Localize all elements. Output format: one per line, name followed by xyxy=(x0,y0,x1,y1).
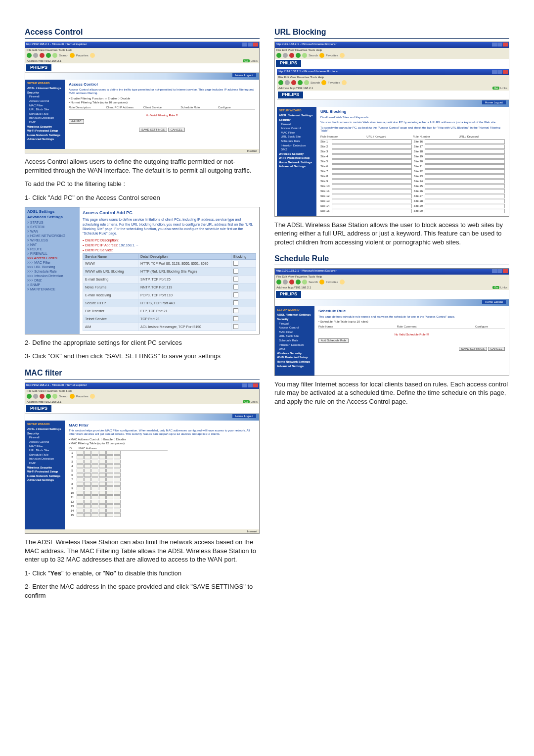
address-url[interactable]: http://192.168.2.1 xyxy=(290,87,313,90)
mac-octet-input[interactable] xyxy=(84,473,91,477)
sidebar-item[interactable]: Intrusion Detection xyxy=(277,343,312,347)
mac-octet-input[interactable] xyxy=(84,500,91,504)
mac-octet-input[interactable] xyxy=(106,486,113,490)
mac-octet-input[interactable] xyxy=(106,469,113,472)
mac-octet-input[interactable] xyxy=(91,495,98,499)
cancel-button[interactable]: CANCEL xyxy=(168,128,185,132)
mac-octet-input[interactable] xyxy=(106,513,113,517)
sidebar-item[interactable]: Schedule Rule xyxy=(27,112,63,116)
sidebar-item[interactable]: MAC Filter xyxy=(27,444,63,449)
maximize-icon[interactable] xyxy=(497,70,502,74)
links-label[interactable]: Links xyxy=(500,87,507,90)
go-button[interactable]: Go xyxy=(492,286,499,289)
sidebar-item-access-control[interactable]: >>> Access Control xyxy=(27,256,78,260)
sidebar-item[interactable]: Wi-Fi Protected Setup xyxy=(279,156,314,160)
ie-menubar[interactable]: File Edit View Favorites Tools Help xyxy=(275,275,509,279)
sidebar-item[interactable]: Firewall xyxy=(279,122,314,127)
sidebar-item[interactable]: Firewall xyxy=(277,322,312,326)
mac-octet-input[interactable] xyxy=(77,469,84,472)
filter-enable-row[interactable]: • Enable Filtering Function: ○ Enable ○ … xyxy=(69,97,255,100)
sidebar-item[interactable]: ADSL / Internet Settings xyxy=(279,113,314,118)
mac-octet-input[interactable] xyxy=(84,486,91,490)
sidebar-item[interactable]: ADSL / Internet Settings xyxy=(27,86,63,91)
sidebar-item[interactable]: Advanced Settings xyxy=(279,164,314,169)
mac-octet-input[interactable] xyxy=(106,509,113,513)
go-button[interactable]: Go xyxy=(243,59,250,62)
mac-octet-input[interactable] xyxy=(91,455,98,459)
maximize-icon[interactable] xyxy=(497,269,502,273)
mac-octet-input[interactable] xyxy=(77,495,84,499)
sidebar-item[interactable]: > SYSTEM xyxy=(27,225,78,229)
sidebar-item[interactable]: > HOME NETWORKING xyxy=(27,234,78,238)
mac-octet-input[interactable] xyxy=(77,513,84,517)
refresh-icon[interactable] xyxy=(296,53,301,58)
cancel-button[interactable]: CANCEL xyxy=(488,347,505,351)
mac-octet-input[interactable] xyxy=(99,486,106,490)
favorites-label[interactable]: Favorites xyxy=(76,395,89,398)
maximize-icon[interactable] xyxy=(497,43,502,47)
mac-octet-input[interactable] xyxy=(77,500,84,504)
site-input[interactable] xyxy=(425,169,505,174)
mac-octet-input[interactable] xyxy=(84,460,91,464)
mac-octet-input[interactable] xyxy=(84,513,91,517)
search-label[interactable]: Search xyxy=(59,395,68,398)
mac-octet-input[interactable] xyxy=(114,477,121,481)
close-icon[interactable] xyxy=(253,43,258,47)
mac-octet-input[interactable] xyxy=(99,513,106,517)
site-input[interactable] xyxy=(425,149,505,154)
site-input[interactable] xyxy=(425,159,505,164)
sidebar-item[interactable]: DMZ xyxy=(27,120,63,125)
search-label[interactable]: Search xyxy=(309,281,318,284)
site-input[interactable] xyxy=(332,169,412,174)
close-icon[interactable] xyxy=(503,43,508,47)
mac-octet-input[interactable] xyxy=(77,464,84,468)
sidebar-item[interactable]: Wireless Security xyxy=(27,466,63,470)
sidebar-item[interactable]: Security xyxy=(27,431,63,436)
mac-octet-input[interactable] xyxy=(91,482,98,486)
site-input[interactable] xyxy=(332,179,412,184)
sidebar-item[interactable]: Intrusion Detection xyxy=(27,457,63,461)
minimize-icon[interactable] xyxy=(242,43,247,47)
history-icon[interactable] xyxy=(90,394,95,399)
back-icon[interactable] xyxy=(27,394,32,399)
sidebar-item[interactable]: DMZ xyxy=(277,347,312,351)
favorites-icon[interactable] xyxy=(70,394,75,399)
mac-octet-input[interactable] xyxy=(77,451,84,455)
add-pc-button[interactable]: Add PC xyxy=(69,119,84,124)
search-label[interactable]: Search xyxy=(311,81,320,85)
sidebar-item[interactable]: Advanced Settings xyxy=(277,364,312,369)
block-checkbox[interactable] xyxy=(233,269,238,274)
address-url[interactable]: http://192.168.2.1 xyxy=(39,59,62,62)
site-input[interactable] xyxy=(332,140,412,144)
mac-octet-input[interactable] xyxy=(91,500,98,504)
mac-octet-input[interactable] xyxy=(77,504,84,508)
forward-icon[interactable] xyxy=(283,53,288,58)
site-input[interactable] xyxy=(425,199,505,203)
site-input[interactable] xyxy=(425,144,505,149)
minimize-icon[interactable] xyxy=(492,43,497,47)
stop-icon[interactable] xyxy=(40,53,44,58)
site-input[interactable] xyxy=(425,189,505,193)
sidebar-item[interactable]: Wi-Fi Protected Setup xyxy=(27,470,63,474)
mac-octet-input[interactable] xyxy=(99,455,106,459)
forward-icon[interactable] xyxy=(33,53,38,58)
mac-octet-input[interactable] xyxy=(77,509,84,513)
mac-octet-input[interactable] xyxy=(77,482,84,486)
mac-octet-input[interactable] xyxy=(99,473,106,477)
ie-menubar[interactable]: File Edit View Favorites Tools Help xyxy=(25,389,259,393)
sidebar-item[interactable]: Access Control xyxy=(277,326,312,330)
mac-octet-input[interactable] xyxy=(114,500,121,504)
block-checkbox[interactable] xyxy=(233,284,238,289)
sidebar-item[interactable]: >>> URL Blocking xyxy=(27,265,78,269)
mac-octet-input[interactable] xyxy=(77,491,84,495)
site-input[interactable] xyxy=(332,204,412,208)
address-url[interactable]: http://192.168.2.1 xyxy=(288,286,312,289)
sidebar-item[interactable]: Home Network Settings xyxy=(277,360,312,364)
mac-octet-input[interactable] xyxy=(114,504,121,508)
links-label[interactable]: Links xyxy=(500,286,507,289)
address-url[interactable]: http://192.168.2.1 xyxy=(39,400,62,403)
go-button[interactable]: Go xyxy=(243,400,250,403)
links-label[interactable]: Links xyxy=(251,59,258,62)
sidebar-item[interactable]: Security xyxy=(279,118,314,122)
forward-icon[interactable] xyxy=(283,280,288,284)
